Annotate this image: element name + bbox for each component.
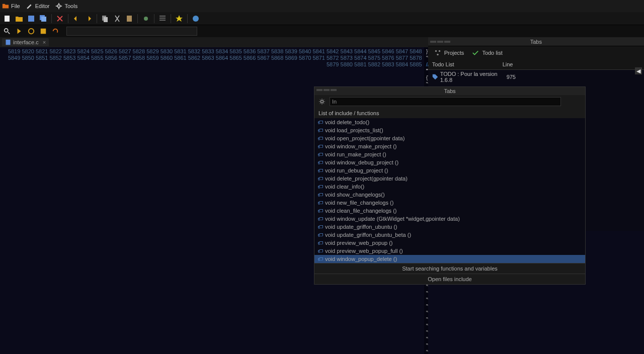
- function-item[interactable]: 🏷void preview_web_popup_full (): [314, 247, 585, 255]
- menu-editor[interactable]: Editor: [26, 3, 50, 10]
- function-item[interactable]: 🏷void delete_project(gpointer data): [314, 174, 585, 183]
- indent-button[interactable]: [157, 14, 168, 24]
- svg-point-10: [5, 29, 8, 32]
- close-button[interactable]: [55, 14, 65, 24]
- save-button[interactable]: [26, 14, 36, 24]
- functions-panel-header[interactable]: Tabs: [314, 87, 585, 95]
- paste-icon: [125, 15, 133, 23]
- function-name: void window_make_project (): [325, 143, 396, 149]
- svg-rect-12: [6, 40, 11, 45]
- indent-icon: [158, 15, 167, 23]
- function-item[interactable]: 🏷void update_griffon_ubuntu (): [314, 223, 585, 231]
- tag-icon: 🏷: [317, 159, 323, 165]
- function-item[interactable]: 🏷void clean_file_changelogs (): [314, 207, 585, 215]
- menu-file-label: File: [11, 3, 20, 9]
- gear-run-icon: [142, 15, 150, 23]
- tag-icon: 🏷: [317, 143, 323, 149]
- gear-icon[interactable]: [318, 98, 326, 105]
- function-item[interactable]: 🏷void window_make_project (): [314, 142, 585, 150]
- menu-tools[interactable]: Tools: [55, 3, 77, 10]
- function-item[interactable]: 🏷void new_file_changelogs (): [314, 199, 585, 207]
- tag-icon: 🏷: [317, 192, 323, 198]
- todo-line: 975: [507, 74, 516, 80]
- copy-button[interactable]: [100, 14, 110, 24]
- expand-panel-button[interactable]: ◀: [635, 67, 642, 74]
- goto-button[interactable]: [38, 26, 48, 36]
- run-button[interactable]: [141, 14, 151, 24]
- function-name: void clean_file_changelogs (): [325, 208, 396, 214]
- function-name: void load_projects_list(): [325, 127, 383, 133]
- function-item[interactable]: 🏷void window_debug_project (): [314, 158, 585, 166]
- cut-icon: [113, 15, 121, 23]
- function-item[interactable]: 🏷void preview_web_popup (): [314, 239, 585, 247]
- function-search-input[interactable]: [330, 97, 561, 106]
- replace-button[interactable]: [26, 26, 36, 36]
- cut-button[interactable]: [112, 14, 122, 24]
- tag-icon: 🏷: [317, 151, 323, 157]
- tag-icon: 🏷: [317, 248, 323, 254]
- save-icon: [27, 15, 35, 23]
- svg-rect-7: [127, 16, 132, 22]
- tabs-panel-header[interactable]: Tabs: [428, 37, 644, 46]
- goto-icon: [40, 28, 47, 35]
- tag-icon: [432, 74, 438, 80]
- function-item[interactable]: 🏷void open_project(gpointer data): [314, 134, 585, 142]
- tab-projects-label: Projects: [444, 50, 464, 56]
- bookmark-button[interactable]: [174, 14, 184, 24]
- new-file-button[interactable]: [2, 14, 12, 24]
- help-button[interactable]: [191, 14, 201, 24]
- function-item[interactable]: 🏷void run_debug_project (): [314, 166, 585, 174]
- refresh-search-button[interactable]: [50, 26, 60, 36]
- svg-rect-6: [104, 17, 108, 22]
- start-search-button[interactable]: Start searching functions and variables: [314, 263, 585, 274]
- file-tab[interactable]: interface.c ×: [2, 38, 49, 46]
- folder-icon: [2, 3, 9, 10]
- search-input[interactable]: [66, 27, 197, 36]
- tab-todo[interactable]: Todo list: [472, 49, 502, 56]
- tab-close-button[interactable]: ×: [43, 39, 46, 45]
- search-toolbar: [0, 25, 644, 37]
- function-name: void window_update (GtkWidget *widget,gp…: [325, 216, 460, 222]
- svg-rect-1: [5, 16, 10, 22]
- function-item[interactable]: 🏷void load_projects_list(): [314, 126, 585, 134]
- functions-list[interactable]: 🏷void delete_todo()🏷void load_projects_l…: [314, 118, 585, 263]
- todo-row[interactable]: TODO : Pour la version 1.6.8 975: [428, 70, 644, 84]
- refresh-icon: [52, 28, 59, 35]
- function-item[interactable]: 🏷void delete_todo(): [314, 118, 585, 126]
- function-name: void run_make_project (): [325, 151, 386, 157]
- paste-button[interactable]: [124, 14, 134, 24]
- function-item[interactable]: 🏷void show_changelogs(): [314, 191, 585, 199]
- save-all-button[interactable]: [38, 14, 48, 24]
- menu-tools-label: Tools: [64, 3, 77, 9]
- undo-button[interactable]: [71, 14, 82, 24]
- close-icon: [56, 15, 64, 23]
- tag-icon: 🏷: [317, 256, 323, 262]
- function-name: void update_griffon_ubuntu_beta (): [325, 232, 411, 238]
- menu-file[interactable]: File: [2, 3, 20, 10]
- function-item[interactable]: 🏷void update_griffon_ubuntu_beta (): [314, 231, 585, 239]
- function-name: void show_changelogs(): [325, 192, 385, 198]
- function-name: void open_project(gpointer data): [325, 135, 405, 141]
- function-item[interactable]: 🏷void window_popup_delete (): [314, 255, 585, 263]
- functions-list-title: List of include / functions: [314, 108, 585, 118]
- search-next-button[interactable]: [14, 26, 24, 36]
- file-tab-label: interface.c: [13, 39, 39, 45]
- open-button[interactable]: [14, 14, 24, 24]
- file-icon: [3, 15, 11, 23]
- open-files-button[interactable]: Open files include: [314, 274, 585, 284]
- tag-icon: 🏷: [317, 135, 323, 141]
- pencil-icon: [26, 3, 33, 10]
- undo-icon: [72, 15, 80, 23]
- function-item[interactable]: 🏷void window_update (GtkWidget *widget,g…: [314, 215, 585, 223]
- function-item[interactable]: 🏷void clear_info(): [314, 183, 585, 191]
- svg-rect-11: [41, 29, 46, 34]
- search-button[interactable]: [2, 26, 12, 36]
- function-item[interactable]: 🏷void run_make_project (): [314, 150, 585, 158]
- todo-header: Todo List Line: [428, 59, 644, 70]
- tag-icon: 🏷: [317, 208, 323, 214]
- copy-icon: [101, 15, 109, 23]
- tab-projects[interactable]: Projects: [434, 49, 464, 56]
- redo-button[interactable]: [84, 14, 94, 24]
- function-name: void update_griffon_ubuntu (): [325, 224, 397, 230]
- svg-rect-2: [28, 16, 34, 22]
